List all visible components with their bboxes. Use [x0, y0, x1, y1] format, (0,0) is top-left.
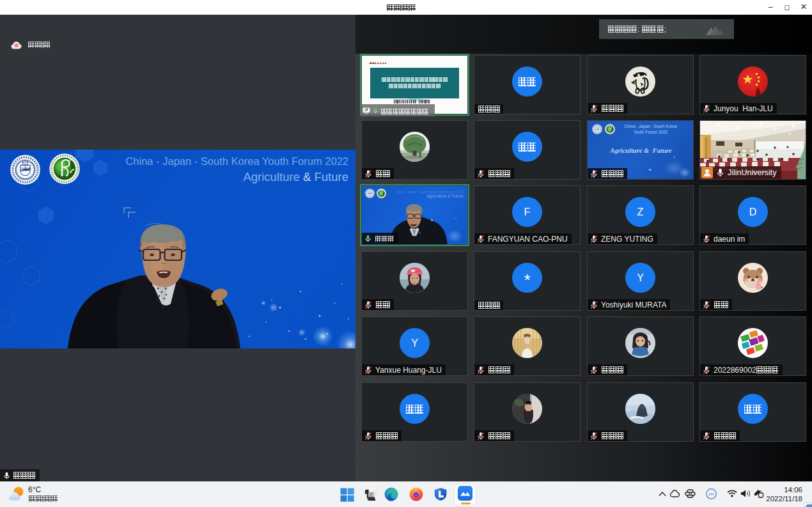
svg-text:JAY: JAY: [708, 492, 715, 496]
